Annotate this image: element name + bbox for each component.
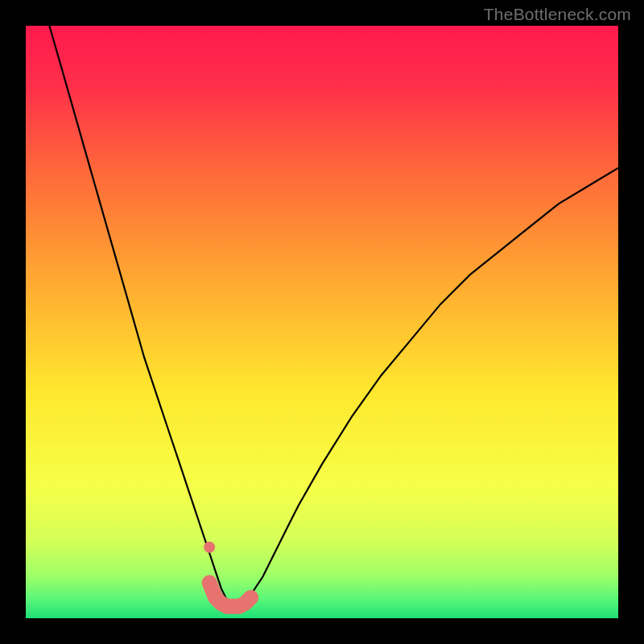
plot-area <box>26 26 618 618</box>
confidence-dot <box>204 542 215 553</box>
confidence-band <box>209 583 251 607</box>
outer-frame: TheBottleneck.com <box>0 0 644 644</box>
chart-svg <box>26 26 618 618</box>
watermark-text: TheBottleneck.com <box>484 5 631 24</box>
bottleneck-curve <box>49 26 618 606</box>
